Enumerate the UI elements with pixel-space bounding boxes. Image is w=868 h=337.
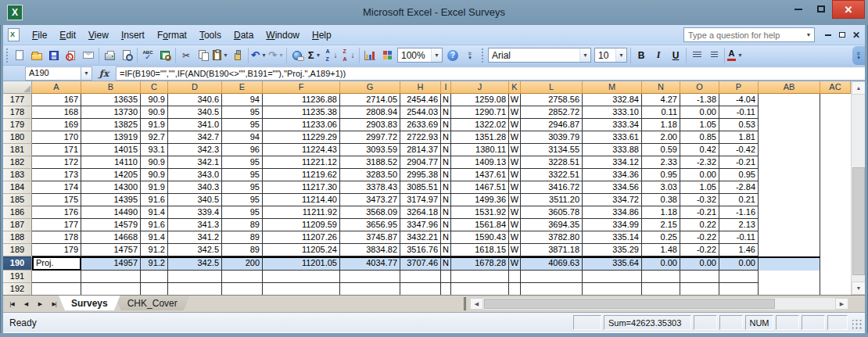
- cell-G177[interactable]: 2714.05: [340, 94, 400, 106]
- new-document-button[interactable]: [11, 47, 28, 64]
- cell-AB177[interactable]: [759, 94, 820, 106]
- cell-L180[interactable]: 3039.79: [521, 131, 583, 144]
- cell-O186[interactable]: -0.21: [680, 206, 719, 219]
- cell-C186[interactable]: 91.4: [141, 206, 168, 219]
- cell-N185[interactable]: 0.38: [642, 194, 680, 206]
- cell-H188[interactable]: 3432.21: [400, 231, 441, 244]
- cell-AB184[interactable]: [759, 181, 820, 194]
- cell-K179[interactable]: W: [509, 119, 521, 131]
- cell-I191[interactable]: [441, 271, 451, 283]
- close-button[interactable]: ✕: [832, 0, 865, 19]
- sort-ascending-button[interactable]: ↓: [323, 47, 340, 64]
- toolbar-options-button[interactable]: [461, 47, 479, 64]
- cell-M177[interactable]: 332.84: [583, 94, 642, 106]
- cell-L191[interactable]: [521, 271, 583, 283]
- paste-button[interactable]: ▼: [212, 47, 229, 64]
- cell-I190[interactable]: N: [441, 256, 451, 271]
- col-header-G[interactable]: G: [340, 81, 400, 94]
- cell-P178[interactable]: -0.11: [719, 106, 759, 119]
- cell-G188[interactable]: 3745.87: [340, 231, 400, 244]
- cell-J178[interactable]: 1290.71: [451, 106, 509, 119]
- cell-AB192[interactable]: [759, 283, 820, 295]
- resize-grip[interactable]: [852, 320, 863, 330]
- cell-B181[interactable]: 14015: [81, 144, 141, 156]
- cell-I182[interactable]: N: [441, 156, 451, 169]
- cell-A190[interactable]: Proj.: [32, 256, 81, 271]
- cell-E192[interactable]: [222, 283, 263, 295]
- cell-J186[interactable]: 1531.92: [451, 206, 509, 219]
- cell-O185[interactable]: -0.32: [680, 194, 719, 206]
- cell-E191[interactable]: [222, 271, 263, 283]
- redo-dropdown[interactable]: ▼: [277, 52, 284, 58]
- cell-A185[interactable]: 175: [32, 194, 81, 206]
- scroll-up-button[interactable]: ▲: [852, 81, 865, 95]
- cell-N190[interactable]: 0.00: [642, 256, 680, 271]
- row-header-186[interactable]: 186: [3, 206, 32, 219]
- row-header-183[interactable]: 183: [3, 169, 32, 181]
- horizontal-scrollbar[interactable]: ◀ ▶: [469, 297, 849, 310]
- cell-N182[interactable]: 2.33: [642, 156, 680, 169]
- cell-A189[interactable]: 179: [32, 244, 81, 256]
- bold-button[interactable]: B: [633, 47, 650, 64]
- cell-N188[interactable]: 0.25: [642, 231, 680, 244]
- col-header-M[interactable]: M: [583, 81, 642, 94]
- cell-J185[interactable]: 1499.36: [451, 194, 509, 206]
- cell-AB186[interactable]: [759, 206, 820, 219]
- workbook-restore-button[interactable]: [835, 27, 849, 42]
- col-header-F[interactable]: F: [263, 81, 340, 94]
- cell-I179[interactable]: N: [441, 119, 451, 131]
- menu-file[interactable]: File: [26, 27, 53, 43]
- cell-M179[interactable]: 333.34: [583, 119, 642, 131]
- col-header-K[interactable]: K: [509, 81, 521, 94]
- cell-AB182[interactable]: [759, 156, 820, 169]
- cell-AB188[interactable]: [759, 231, 820, 244]
- cell-P189[interactable]: 1.46: [719, 244, 759, 256]
- cell-M185[interactable]: 334.72: [583, 194, 642, 206]
- print-button[interactable]: [101, 47, 118, 64]
- cell-B186[interactable]: 14490: [81, 206, 141, 219]
- cell-D192[interactable]: [168, 283, 222, 295]
- cell-K191[interactable]: [509, 271, 521, 283]
- cell-K177[interactable]: W: [509, 94, 521, 106]
- cell-AC179[interactable]: [820, 119, 851, 131]
- cell-G192[interactable]: [340, 283, 400, 295]
- font-color-dropdown[interactable]: ▼: [736, 52, 743, 58]
- cell-H178[interactable]: 2544.03: [400, 106, 441, 119]
- cell-G191[interactable]: [340, 271, 400, 283]
- row-header-192[interactable]: 192: [3, 283, 32, 295]
- col-header-N[interactable]: N: [642, 81, 680, 94]
- cell-G185[interactable]: 3473.27: [340, 194, 400, 206]
- cell-A192[interactable]: [32, 283, 81, 295]
- cell-AC190[interactable]: [820, 256, 851, 271]
- cell-L179[interactable]: 2946.87: [521, 119, 583, 131]
- cell-D190[interactable]: 342.5: [168, 256, 222, 271]
- cell-N186[interactable]: 1.18: [642, 206, 680, 219]
- cell-AC187[interactable]: [820, 219, 851, 231]
- col-header-P[interactable]: P: [719, 81, 759, 94]
- autosum-button[interactable]: Σ▼: [306, 47, 323, 64]
- menu-insert[interactable]: Insert: [115, 27, 151, 43]
- italic-button[interactable]: I: [650, 47, 667, 64]
- col-header-L[interactable]: L: [521, 81, 583, 94]
- cell-D184[interactable]: 340.3: [168, 181, 222, 194]
- cell-O177[interactable]: -1.38: [680, 94, 719, 106]
- cell-AC184[interactable]: [820, 181, 851, 194]
- cell-H192[interactable]: [400, 283, 441, 295]
- cell-N178[interactable]: 0.11: [642, 106, 680, 119]
- cell-A183[interactable]: 173: [32, 169, 81, 181]
- undo-dropdown[interactable]: ▼: [260, 52, 267, 58]
- cell-H190[interactable]: 3707.46: [400, 256, 441, 271]
- copy-button[interactable]: [195, 47, 212, 64]
- cell-P182[interactable]: -0.21: [719, 156, 759, 169]
- insert-function-icon[interactable]: ƒx: [92, 68, 116, 79]
- cell-P183[interactable]: 0.95: [719, 169, 759, 181]
- tab-split-handle[interactable]: [464, 297, 466, 310]
- cell-P187[interactable]: 2.13: [719, 219, 759, 231]
- menu-help[interactable]: Help: [306, 27, 338, 43]
- cell-K185[interactable]: W: [509, 194, 521, 206]
- cell-M184[interactable]: 334.56: [583, 181, 642, 194]
- cell-C185[interactable]: 91.6: [141, 194, 168, 206]
- vertical-scroll-thumb[interactable]: [852, 167, 865, 275]
- cell-A184[interactable]: 174: [32, 181, 81, 194]
- scroll-down-button[interactable]: ▼: [852, 281, 865, 295]
